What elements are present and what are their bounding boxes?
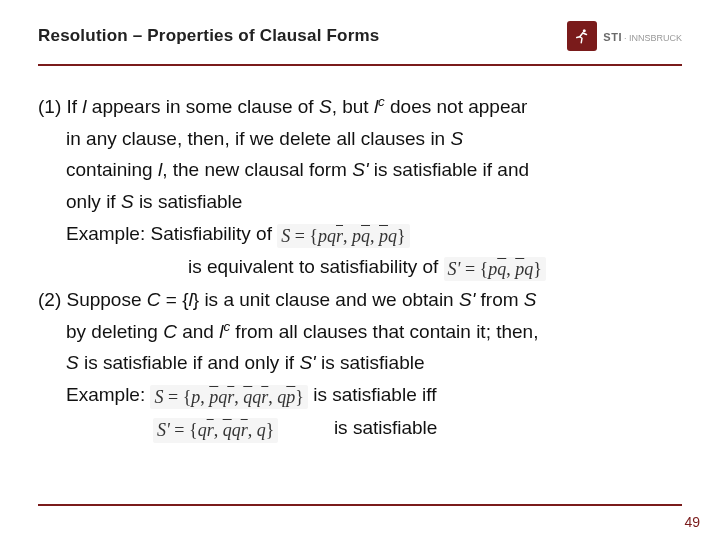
example-1-line-1: Example: Satisfiability of S = {pqr, pq,… <box>38 221 682 248</box>
para-2-line-1: (2) Suppose C = {l} is a unit clause and… <box>38 287 682 313</box>
example-2-line-1: Example: S = {p, pqr, qqr, qp} is satisf… <box>38 382 682 409</box>
runner-icon <box>567 21 597 51</box>
slide-header: Resolution – Properties of Clausal Forms… <box>38 14 682 58</box>
slide: Resolution – Properties of Clausal Forms… <box>0 0 720 540</box>
para-1-line-2: in any clause, then, if we delete all cl… <box>38 126 682 152</box>
para-1-line-1: (1) If l appears in some clause of S, bu… <box>38 94 682 120</box>
page-number: 49 <box>684 514 700 530</box>
footer-divider <box>38 504 682 506</box>
para-1-line-3: containing l, the new clausal form S' is… <box>38 157 682 183</box>
math-expr-s1-prime: S' = {pq, pq} <box>444 257 546 281</box>
brand-name: STI· INNSBRUCK <box>603 27 682 45</box>
math-expr-s2-prime: S' = {qr, qqr, q} <box>153 418 278 442</box>
brand-logo: STI· INNSBRUCK <box>567 21 682 51</box>
math-expr-s2: S = {p, pqr, qqr, qp} <box>150 385 307 409</box>
svg-point-0 <box>583 29 586 32</box>
example-2-line-2: S' = {qr, qqr, q} is satisfiable <box>38 415 682 442</box>
example-1-line-2: is equivalent to satisfiability of S' = … <box>38 254 682 281</box>
para-1-line-4: only if S is satisfiable <box>38 189 682 215</box>
slide-body: (1) If l appears in some clause of S, bu… <box>38 94 682 443</box>
header-divider <box>38 64 682 66</box>
para-2-line-3: S is satisfiable if and only if S' is sa… <box>38 350 682 376</box>
math-expr-s1: S = {pqr, pq, pq} <box>277 224 409 248</box>
slide-title: Resolution – Properties of Clausal Forms <box>38 26 379 46</box>
para-2-line-2: by deleting C and lc from all clauses th… <box>38 319 682 345</box>
